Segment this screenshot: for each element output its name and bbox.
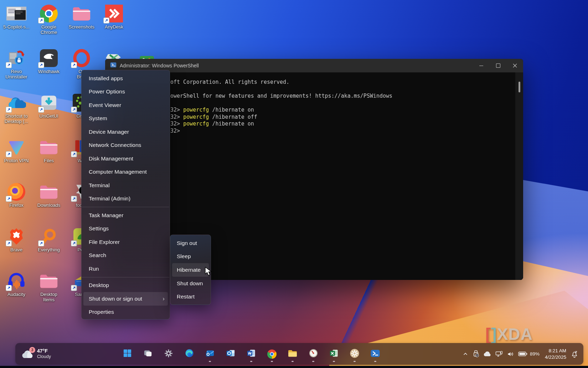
taskbar-gear-utility-app[interactable] <box>347 346 362 362</box>
taskbar-excel[interactable] <box>326 346 342 362</box>
folderpink-icon <box>39 183 59 201</box>
anydesk-icon <box>104 4 124 23</box>
desktop-icon-brave[interactable]: Brave <box>1 227 32 252</box>
weather-temperature: 47°F <box>37 348 51 354</box>
menu-item-desktop[interactable]: Desktop <box>83 279 168 292</box>
clock[interactable]: 8:21 AM 4/22/2025 <box>545 348 566 360</box>
desktop-icon-audacity[interactable]: Audacity <box>1 272 32 297</box>
desktop-icon-desktop-items-folder[interactable]: Desktop Items <box>33 272 65 302</box>
taskbar-edge-browser[interactable] <box>181 346 197 362</box>
shortcut-arrow-icon <box>6 240 12 246</box>
menu-item-settings[interactable]: Settings <box>83 222 168 236</box>
menu-item-label: Computer Management <box>89 169 165 175</box>
desktop-icon-revo-uninstaller[interactable]: Revo Uninstaller <box>1 49 32 80</box>
menu-item-system[interactable]: System <box>83 112 168 126</box>
terminal-scrollbar[interactable] <box>515 72 523 280</box>
close-button[interactable] <box>506 59 523 72</box>
taskbar: 3 47°F Cloudy <box>15 343 583 365</box>
desktop-icon-downloads-folder[interactable]: Downloads <box>33 183 65 208</box>
taskbar-gauge-app[interactable] <box>305 346 321 362</box>
menu-item-disk-management[interactable]: Disk Management <box>83 152 168 165</box>
desktop-icon-windhawk[interactable]: Windhawk <box>33 49 65 74</box>
tangear-icon <box>350 348 360 360</box>
taskbar-outlook-classic[interactable] <box>223 346 238 362</box>
onedrive-cloud-icon[interactable] <box>484 351 491 357</box>
submenu-item-restart[interactable]: Restart <box>172 290 209 303</box>
desktop-icon-everything[interactable]: Everything <box>33 227 65 252</box>
tray-overflow-chevron-icon[interactable] <box>463 351 468 357</box>
terminal-line: owerShell for new features and improveme… <box>170 93 392 100</box>
shortcut-arrow-icon <box>71 240 77 246</box>
submenu-item-sign-out[interactable]: Sign out <box>172 236 209 250</box>
desktop-icon-label: Firefox <box>1 203 32 208</box>
usb-safely-remove-icon[interactable] <box>472 350 480 358</box>
desktop-icon-shortcut-to-desktop[interactable]: Shortcut to Desktop (... <box>1 93 32 124</box>
desktop-icon-unigetui[interactable]: UniGetUI <box>33 93 65 119</box>
outlook-icon <box>226 348 236 359</box>
desktop-icon-label: Windhawk <box>33 69 65 74</box>
desktop-icon-5-copilot-screenshot[interactable]: 5-Copilot-s... <box>1 4 32 30</box>
menu-item-label: Sleep <box>177 253 206 260</box>
powershell-icon <box>110 62 117 70</box>
desktop: 5-Copilot-s...Google ChromeScreenshotsAn… <box>0 0 588 368</box>
battery-percentage[interactable]: 89% <box>530 351 540 357</box>
menu-item-search[interactable]: Search <box>83 249 168 262</box>
desktop-icon-files-folder[interactable]: Files <box>33 138 65 163</box>
menu-item-label: Device Manager <box>89 129 165 135</box>
menu-item-network-connections[interactable]: Network Connections <box>83 139 168 152</box>
terminal-line: 32> powercfg /hibernate off <box>170 114 392 121</box>
menu-item-run[interactable]: Run <box>83 262 168 276</box>
notification-bell-icon[interactable] <box>570 350 578 358</box>
desktop-icon-anydesk[interactable]: AnyDesk <box>98 4 130 30</box>
pwsh-icon <box>370 348 380 360</box>
desktop-icon-label: Everything <box>33 247 65 252</box>
cast-display-icon[interactable] <box>495 351 503 358</box>
taskbar-word[interactable] <box>243 346 259 362</box>
taskbar-outlook-new[interactable] <box>202 346 218 362</box>
menu-item-power-options[interactable]: Power Options <box>83 85 168 99</box>
scrollbar-thumb[interactable] <box>519 82 520 92</box>
menu-item-computer-management[interactable]: Computer Management <box>83 165 168 179</box>
chromeS-icon <box>267 349 277 359</box>
menu-item-installed-apps[interactable]: Installed apps <box>83 72 168 85</box>
desktop-icon-screenshots-folder[interactable]: Screenshots <box>66 4 97 30</box>
outlooknew-icon <box>205 348 215 359</box>
menu-item-properties[interactable]: Properties <box>83 306 168 319</box>
desktop-icon-label: 5-Copilot-s... <box>1 24 32 30</box>
submenu-item-hibernate[interactable]: Hibernate <box>172 263 209 277</box>
menu-item-label: Restart <box>177 293 206 300</box>
shortcut-arrow-icon <box>71 285 77 291</box>
menu-item-file-explorer[interactable]: File Explorer <box>83 235 168 249</box>
submenu-item-sleep[interactable]: Sleep <box>172 250 209 264</box>
taskbar-settings-app[interactable] <box>161 346 176 362</box>
volume-icon[interactable] <box>507 351 514 358</box>
menu-item-device-manager[interactable]: Device Manager <box>83 125 168 139</box>
weather-widget[interactable]: 3 47°F Cloudy <box>18 343 55 365</box>
unigetui-icon <box>39 93 59 112</box>
desktop-icon-google-chrome[interactable]: Google Chrome <box>33 4 65 35</box>
running-indicator-dot <box>271 361 273 362</box>
menu-item-label: Terminal (Admin) <box>89 195 165 202</box>
menu-item-terminal-admin[interactable]: Terminal (Admin) <box>83 192 168 206</box>
menu-item-label: File Explorer <box>89 239 165 245</box>
taskbar-task-view-button[interactable] <box>140 346 156 362</box>
menu-item-event-viewer[interactable]: Event Viewer <box>83 98 168 112</box>
menu-item-shut-down-or-sign-out[interactable]: Shut down or sign out› <box>83 292 168 306</box>
submenu-item-shut-down[interactable]: Shut down <box>172 277 209 290</box>
menu-item-task-manager[interactable]: Task Manager <box>83 209 168 222</box>
battery-icon[interactable] <box>518 351 527 357</box>
terminal-line <box>170 100 392 107</box>
taskbar-file-explorer[interactable] <box>285 346 300 362</box>
running-indicator-dot <box>354 361 356 362</box>
maximize-button[interactable] <box>490 59 506 72</box>
desktop-icon-firefox[interactable]: Firefox <box>1 183 32 208</box>
submenu-chevron-icon: › <box>163 295 165 302</box>
menu-item-terminal[interactable]: Terminal <box>83 179 168 192</box>
taskbar-start-button[interactable] <box>119 346 135 362</box>
taskbar-powershell[interactable] <box>367 346 383 362</box>
minimize-button[interactable] <box>473 59 490 72</box>
shortcut-arrow-icon <box>38 62 44 68</box>
taskbar-chrome-browser[interactable] <box>264 346 280 362</box>
desktop-icon-proton-vpn[interactable]: Proton VPN <box>1 138 32 163</box>
weather-condition: Cloudy <box>37 354 51 360</box>
